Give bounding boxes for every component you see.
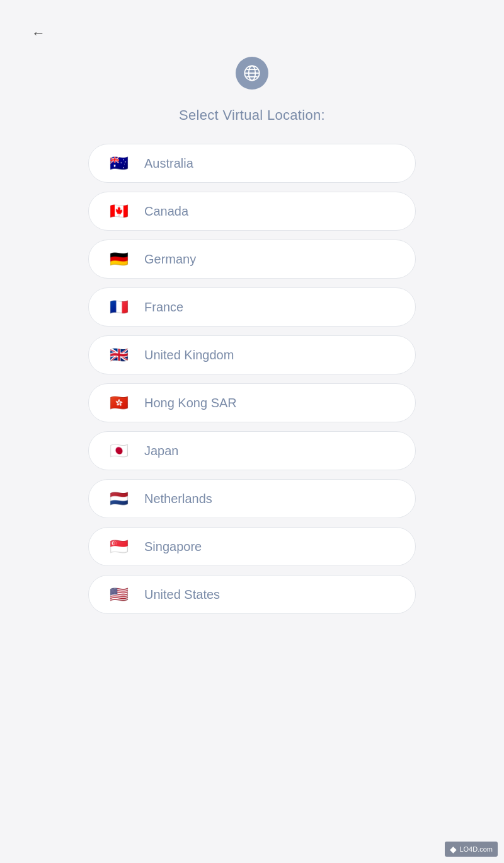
location-item-canada[interactable]: 🇨🇦Canada <box>88 192 416 231</box>
country-name-netherlands: Netherlands <box>144 492 212 506</box>
flag-united-states: 🇺🇸 <box>108 587 130 602</box>
flag-france: 🇫🇷 <box>108 299 130 315</box>
location-item-australia[interactable]: 🇦🇺Australia <box>88 144 416 183</box>
flag-united-kingdom: 🇬🇧 <box>108 347 130 362</box>
location-item-united-states[interactable]: 🇺🇸United States <box>88 575 416 614</box>
location-item-netherlands[interactable]: 🇳🇱Netherlands <box>88 479 416 518</box>
back-arrow-icon: ← <box>32 25 45 42</box>
location-item-france[interactable]: 🇫🇷France <box>88 287 416 327</box>
flag-singapore: 🇸🇬 <box>108 539 130 554</box>
flag-australia: 🇦🇺 <box>108 156 130 171</box>
location-item-singapore[interactable]: 🇸🇬Singapore <box>88 527 416 566</box>
country-name-germany: Germany <box>144 252 196 267</box>
flag-netherlands: 🇳🇱 <box>108 491 130 506</box>
location-item-hong-kong[interactable]: 🇭🇰Hong Kong SAR <box>88 383 416 422</box>
globe-svg-icon <box>243 64 261 82</box>
page-title: Select Virtual Location: <box>179 107 325 124</box>
country-name-united-states: United States <box>144 588 220 602</box>
flag-japan: 🇯🇵 <box>108 443 130 458</box>
country-name-hong-kong: Hong Kong SAR <box>144 396 237 410</box>
globe-icon <box>236 57 268 90</box>
location-item-united-kingdom[interactable]: 🇬🇧United Kingdom <box>88 335 416 374</box>
flag-germany: 🇩🇪 <box>108 252 130 267</box>
country-name-united-kingdom: United Kingdom <box>144 348 234 362</box>
location-item-japan[interactable]: 🇯🇵Japan <box>88 431 416 470</box>
location-item-germany[interactable]: 🇩🇪Germany <box>88 240 416 279</box>
location-list: 🇦🇺Australia🇨🇦Canada🇩🇪Germany🇫🇷France🇬🇧Un… <box>88 144 416 652</box>
watermark: ◆ LO4D.com <box>445 842 498 857</box>
country-name-australia: Australia <box>144 156 193 171</box>
country-name-singapore: Singapore <box>144 540 202 554</box>
country-name-canada: Canada <box>144 204 188 219</box>
country-name-france: France <box>144 300 183 315</box>
watermark-text: LO4D.com <box>459 845 493 853</box>
back-button[interactable]: ← <box>32 25 45 42</box>
country-name-japan: Japan <box>144 444 179 458</box>
flag-hong-kong: 🇭🇰 <box>108 395 130 410</box>
flag-canada: 🇨🇦 <box>108 204 130 219</box>
